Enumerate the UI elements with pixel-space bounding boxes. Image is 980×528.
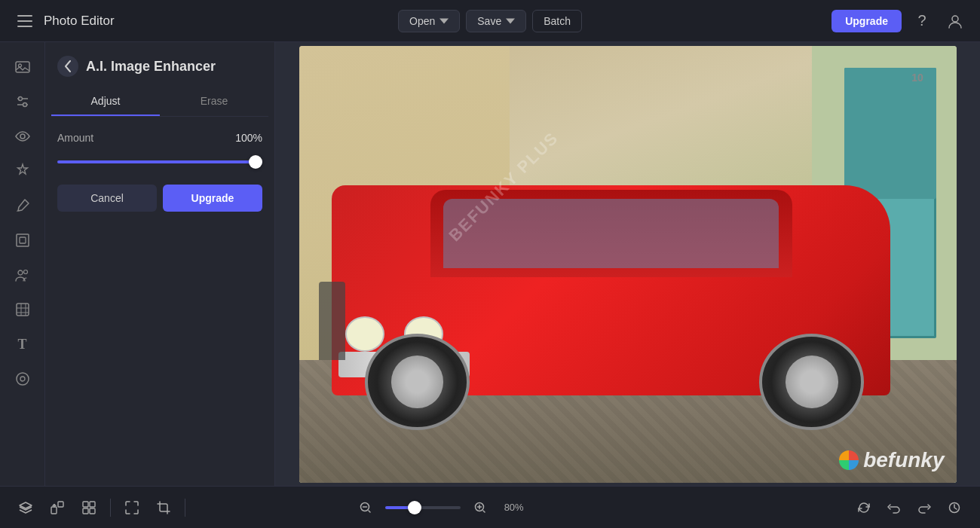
svg-point-3 xyxy=(952,16,958,22)
panel-title: A.I. Image Enhancer xyxy=(86,59,216,75)
svg-point-17 xyxy=(20,377,25,381)
zoom-percent: 80% xyxy=(500,502,528,513)
layers-icon xyxy=(18,500,33,515)
effects-icon xyxy=(14,128,31,145)
graphics-icon xyxy=(14,371,31,387)
canvas-area: 10 BEFUNKY PLUS xyxy=(275,42,980,486)
svg-point-10 xyxy=(20,134,25,139)
grid-icon xyxy=(81,500,96,515)
svg-rect-15 xyxy=(17,304,29,316)
menu-icon-button[interactable] xyxy=(12,8,38,34)
topbar-center-controls: Open Save Batch xyxy=(398,10,582,32)
hubcap-right xyxy=(786,356,838,408)
tab-erase[interactable]: Erase xyxy=(160,87,268,116)
svg-point-9 xyxy=(23,103,26,107)
divider-1 xyxy=(110,499,111,517)
history-controls xyxy=(850,494,968,521)
amount-value: 100% xyxy=(235,132,262,144)
overlays-icon xyxy=(14,267,31,283)
adjust-icon xyxy=(14,93,31,110)
sidebar-item-effects[interactable] xyxy=(7,121,38,152)
upgrade-panel-button[interactable]: Upgrade xyxy=(163,185,262,212)
sidebar-item-touchup[interactable] xyxy=(7,190,38,221)
app-logo-group: Photo Editor xyxy=(12,8,115,34)
touchup-icon xyxy=(14,197,31,214)
batch-button[interactable]: Batch xyxy=(532,10,582,32)
slider-container xyxy=(57,153,262,166)
arrange-icon xyxy=(50,500,65,515)
upgrade-button[interactable]: Upgrade xyxy=(831,10,902,32)
headlight-left xyxy=(345,316,384,351)
svg-point-14 xyxy=(23,270,27,274)
zoom-out-button[interactable] xyxy=(352,494,379,521)
canvas-image: 10 BEFUNKY PLUS xyxy=(299,46,957,483)
undo-button[interactable] xyxy=(880,494,908,521)
sidebar-item-adjust[interactable] xyxy=(7,86,38,118)
sidebar-item-textures[interactable] xyxy=(7,294,38,325)
history-button[interactable] xyxy=(941,494,968,521)
car-window xyxy=(443,199,779,269)
photos-icon xyxy=(14,59,31,75)
help-button[interactable]: ? xyxy=(909,8,935,34)
undo-icon xyxy=(887,501,901,514)
sidebar-item-overlays[interactable] xyxy=(7,259,38,291)
svg-rect-0 xyxy=(17,15,32,17)
sidebar-item-photos[interactable] xyxy=(7,51,38,83)
history-icon xyxy=(948,501,961,514)
refresh-button[interactable] xyxy=(850,494,877,521)
app-title: Photo Editor xyxy=(44,14,115,29)
ai-enhancer-panel: A.I. Image Enhancer Adjust Erase Amount … xyxy=(45,42,275,486)
amount-slider[interactable] xyxy=(57,160,262,163)
zoom-in-button[interactable] xyxy=(467,494,494,521)
svg-rect-18 xyxy=(51,507,57,514)
zoom-slider[interactable] xyxy=(385,506,461,509)
befunky-logo-circle xyxy=(839,450,859,470)
icon-sidebar: T xyxy=(0,42,45,486)
svg-rect-19 xyxy=(58,502,63,507)
befunky-logo-text: befunky xyxy=(863,448,944,472)
sidebar-item-graphics[interactable] xyxy=(7,363,38,395)
grid-button[interactable] xyxy=(75,494,103,521)
ai-icon xyxy=(14,163,31,179)
crop-button[interactable] xyxy=(150,494,177,521)
person xyxy=(319,282,345,360)
panel-actions: Cancel Upgrade xyxy=(57,185,262,212)
redo-icon xyxy=(917,501,931,514)
svg-point-7 xyxy=(18,97,22,101)
bottom-bar: 80% xyxy=(0,486,980,528)
upgrade-label: Upgrade xyxy=(845,15,888,27)
open-chevron-icon xyxy=(439,17,449,26)
panel-header: A.I. Image Enhancer xyxy=(45,42,274,87)
arrange-button[interactable] xyxy=(44,494,71,521)
panel-tabs: Adjust Erase xyxy=(51,87,268,117)
menu-icon xyxy=(17,15,32,27)
svg-point-5 xyxy=(18,64,21,67)
svg-point-13 xyxy=(18,270,23,275)
sidebar-item-frames[interactable] xyxy=(7,224,38,256)
user-icon xyxy=(947,13,963,29)
svg-rect-2 xyxy=(17,26,32,27)
svg-rect-21 xyxy=(90,502,95,507)
text-icon: T xyxy=(17,337,26,353)
save-chevron-icon xyxy=(506,17,515,26)
zoom-controls: 80% xyxy=(352,494,528,521)
back-button[interactable] xyxy=(57,56,78,77)
batch-label: Batch xyxy=(544,15,571,27)
open-label: Open xyxy=(409,15,435,27)
layers-button[interactable] xyxy=(12,494,39,521)
open-button[interactable]: Open xyxy=(398,10,460,32)
main-area: T A.I. Image Enhancer Adjust Erase xyxy=(0,42,980,486)
divider-2 xyxy=(185,499,185,517)
redo-button[interactable] xyxy=(911,494,938,521)
befunky-logo: befunky xyxy=(839,448,944,472)
tab-adjust[interactable]: Adjust xyxy=(51,87,160,116)
account-button[interactable] xyxy=(942,8,968,34)
save-button[interactable]: Save xyxy=(466,10,526,32)
sidebar-item-text[interactable]: T xyxy=(7,328,38,360)
cancel-button[interactable]: Cancel xyxy=(57,185,157,212)
fit-button[interactable] xyxy=(118,494,145,521)
svg-rect-11 xyxy=(17,234,29,246)
textures-icon xyxy=(14,301,31,318)
svg-rect-4 xyxy=(16,62,29,72)
sidebar-item-ai[interactable] xyxy=(7,155,38,187)
